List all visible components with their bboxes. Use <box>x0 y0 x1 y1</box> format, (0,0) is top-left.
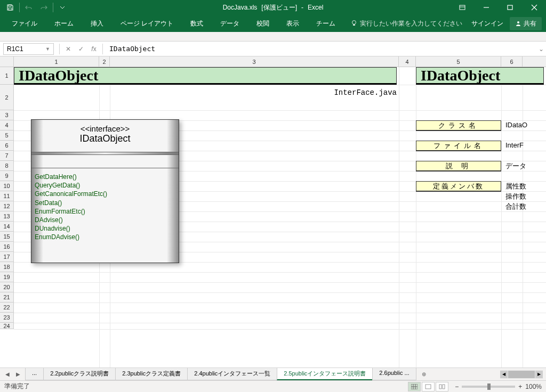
page-break-button[interactable] <box>436 382 448 391</box>
select-all-corner[interactable] <box>0 56 14 67</box>
value-op-count[interactable]: 操作数 <box>503 191 528 202</box>
value-file-name[interactable]: InterF <box>503 141 526 150</box>
value-attr-count[interactable]: 属性数 <box>503 181 528 192</box>
qat-customize-button[interactable] <box>55 1 69 14</box>
normal-view-button[interactable] <box>408 382 421 391</box>
zoom-in-button[interactable]: + <box>518 383 522 390</box>
column-header[interactable]: 6 <box>501 56 523 67</box>
filename-cell[interactable]: InterFace.java <box>110 88 397 97</box>
row-header[interactable]: 9 <box>0 171 13 181</box>
title-cell-left[interactable]: IDataObject <box>14 67 397 85</box>
tab-file[interactable]: ファイル <box>4 16 45 31</box>
tab-home[interactable]: ホーム <box>47 16 81 31</box>
share-button[interactable]: 共有 <box>510 17 542 30</box>
scroll-left-icon[interactable]: ◀ <box>500 371 508 378</box>
zoom-control: − + 100% <box>455 383 542 390</box>
enter-formula-button[interactable]: ✓ <box>75 43 87 55</box>
signin-link[interactable]: サインイン <box>471 19 503 28</box>
row-header[interactable]: 19 <box>0 272 13 282</box>
cells[interactable]: IDataObject IDataObject InterFace.java ク… <box>14 67 546 368</box>
sheet-nav-next[interactable]: ▶ <box>14 370 22 379</box>
row-header[interactable]: 24 <box>0 323 13 329</box>
label-member-count[interactable]: 定義メンバ数 <box>416 181 501 192</box>
spreadsheet-grid[interactable]: 123456 123456789101112131415161718192021… <box>0 56 546 368</box>
row-header[interactable]: 14 <box>0 222 13 232</box>
new-sheet-button[interactable]: ⊕ <box>420 370 428 379</box>
column-header[interactable]: 4 <box>399 56 416 67</box>
row-header[interactable]: 22 <box>0 303 13 313</box>
column-header[interactable]: 1 <box>14 56 99 67</box>
cancel-formula-button[interactable]: ✕ <box>62 43 75 55</box>
page-layout-button[interactable] <box>422 382 435 391</box>
undo-button[interactable] <box>22 1 36 14</box>
row-header[interactable]: 17 <box>0 252 13 262</box>
scroll-thumb[interactable] <box>508 371 535 378</box>
column-header[interactable]: 5 <box>416 56 501 67</box>
value-class-name[interactable]: IDataO <box>503 120 529 129</box>
expand-formula-button[interactable]: ⌄ <box>536 45 546 53</box>
sheet-tab[interactable]: 2.6public ... <box>372 368 416 380</box>
row-headers[interactable]: 123456789101112131415161718192021222324 <box>0 67 14 329</box>
tab-review[interactable]: 校閲 <box>249 16 277 31</box>
row-header[interactable]: 6 <box>0 141 13 151</box>
row-header[interactable]: 18 <box>0 262 13 272</box>
row-header[interactable]: 5 <box>0 130 13 141</box>
svg-rect-2 <box>460 5 465 10</box>
tab-page-layout[interactable]: ページ レイアウト <box>113 16 181 31</box>
row-header[interactable]: 21 <box>0 292 13 303</box>
fx-button[interactable]: fx <box>87 43 100 55</box>
zoom-slider[interactable] <box>462 386 515 388</box>
tab-view[interactable]: 表示 <box>279 16 307 31</box>
column-header[interactable]: 2 <box>99 56 110 67</box>
tab-formulas[interactable]: 数式 <box>183 16 211 31</box>
row-header[interactable]: 2 <box>0 85 13 110</box>
horizontal-scrollbar[interactable]: ◀ ▶ <box>500 370 543 379</box>
row-header[interactable]: 15 <box>0 232 13 242</box>
row-header[interactable]: 11 <box>0 191 13 201</box>
ribbon-display-button[interactable] <box>450 0 474 15</box>
column-headers[interactable]: 123456 <box>14 56 546 67</box>
sheet-tab[interactable]: 2.5publicインタフェース説明書 <box>277 368 373 380</box>
tab-insert[interactable]: 挿入 <box>83 16 111 31</box>
sheet-tab[interactable]: ... <box>25 368 44 380</box>
value-total-count[interactable]: 合計数 <box>503 201 528 212</box>
svg-rect-12 <box>425 385 431 389</box>
save-button[interactable] <box>3 1 17 14</box>
uml-diagram[interactable]: <<interface>> IDataObject GetDataHere()Q… <box>31 119 179 263</box>
row-header[interactable]: 13 <box>0 211 13 222</box>
column-header[interactable]: 3 <box>110 56 399 67</box>
row-header[interactable]: 1 <box>0 67 13 85</box>
row-header[interactable]: 20 <box>0 282 13 292</box>
row-header[interactable]: 23 <box>0 313 13 323</box>
sheet-tab[interactable]: 2.2publicクラス説明書 <box>43 368 116 380</box>
person-icon <box>515 20 521 27</box>
uml-class-name: IDataObject <box>31 133 179 144</box>
maximize-button[interactable] <box>498 0 522 15</box>
row-header[interactable]: 3 <box>0 110 13 120</box>
label-file-name[interactable]: ファイル名 <box>416 141 501 151</box>
svg-rect-1 <box>9 8 12 10</box>
row-header[interactable]: 10 <box>0 181 13 191</box>
sheet-tab[interactable]: 2.3publicクラス定義書 <box>115 368 188 380</box>
redo-button[interactable] <box>37 1 51 14</box>
minimize-button[interactable] <box>474 0 498 15</box>
name-box[interactable]: R1C1 ▼ <box>3 43 54 55</box>
sheet-nav-prev[interactable]: ◀ <box>3 370 12 379</box>
tab-team[interactable]: チーム <box>309 16 343 31</box>
label-description[interactable]: 説 明 <box>416 161 501 172</box>
tab-data[interactable]: データ <box>213 16 247 31</box>
row-header[interactable]: 7 <box>0 151 13 161</box>
formula-input[interactable] <box>105 43 536 55</box>
tell-me-search[interactable]: 実行したい作業を入力してください <box>345 19 468 28</box>
sheet-tab[interactable]: 2.4publicインタフェース一覧 <box>187 368 277 380</box>
title-cell-right[interactable]: IDataObject <box>416 67 544 85</box>
zoom-out-button[interactable]: − <box>455 383 459 390</box>
row-header[interactable]: 16 <box>0 242 13 252</box>
value-description[interactable]: データ <box>503 161 528 172</box>
scroll-right-icon[interactable]: ▶ <box>535 371 543 378</box>
close-button[interactable] <box>522 0 546 15</box>
row-header[interactable]: 12 <box>0 201 13 211</box>
row-header[interactable]: 8 <box>0 161 13 171</box>
label-class-name[interactable]: クラス名 <box>416 120 501 131</box>
row-header[interactable]: 4 <box>0 120 13 130</box>
